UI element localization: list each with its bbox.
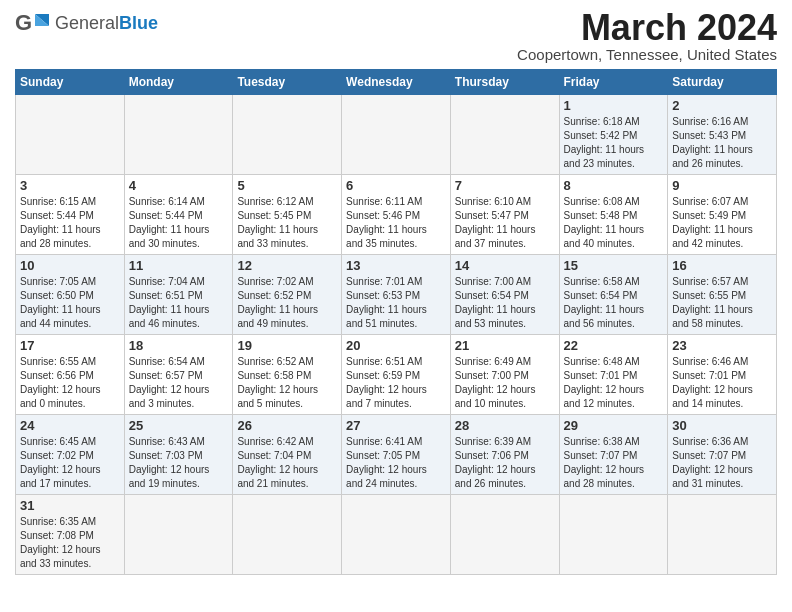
day-number: 15 (564, 258, 664, 273)
month-title: March 2024 (517, 10, 777, 46)
day-info: Sunrise: 6:16 AM Sunset: 5:43 PM Dayligh… (672, 115, 772, 171)
day-info: Sunrise: 6:57 AM Sunset: 6:55 PM Dayligh… (672, 275, 772, 331)
calendar-day: 14Sunrise: 7:00 AM Sunset: 6:54 PM Dayli… (450, 255, 559, 335)
calendar-week-row: 1Sunrise: 6:18 AM Sunset: 5:42 PM Daylig… (16, 95, 777, 175)
calendar-day: 31Sunrise: 6:35 AM Sunset: 7:08 PM Dayli… (16, 495, 125, 575)
calendar-day: 15Sunrise: 6:58 AM Sunset: 6:54 PM Dayli… (559, 255, 668, 335)
day-info: Sunrise: 6:11 AM Sunset: 5:46 PM Dayligh… (346, 195, 446, 251)
day-info: Sunrise: 6:55 AM Sunset: 6:56 PM Dayligh… (20, 355, 120, 411)
day-number: 29 (564, 418, 664, 433)
calendar-day (668, 495, 777, 575)
calendar-day: 23Sunrise: 6:46 AM Sunset: 7:01 PM Dayli… (668, 335, 777, 415)
day-number: 13 (346, 258, 446, 273)
calendar-week-row: 31Sunrise: 6:35 AM Sunset: 7:08 PM Dayli… (16, 495, 777, 575)
calendar-day: 13Sunrise: 7:01 AM Sunset: 6:53 PM Dayli… (342, 255, 451, 335)
logo-icon: G (15, 10, 51, 38)
day-info: Sunrise: 6:48 AM Sunset: 7:01 PM Dayligh… (564, 355, 664, 411)
calendar-day: 3Sunrise: 6:15 AM Sunset: 5:44 PM Daylig… (16, 175, 125, 255)
day-info: Sunrise: 6:12 AM Sunset: 5:45 PM Dayligh… (237, 195, 337, 251)
day-number: 31 (20, 498, 120, 513)
calendar-day: 11Sunrise: 7:04 AM Sunset: 6:51 PM Dayli… (124, 255, 233, 335)
calendar-day: 2Sunrise: 6:16 AM Sunset: 5:43 PM Daylig… (668, 95, 777, 175)
calendar-week-row: 3Sunrise: 6:15 AM Sunset: 5:44 PM Daylig… (16, 175, 777, 255)
logo-general: General (55, 13, 119, 33)
calendar-day (450, 495, 559, 575)
day-info: Sunrise: 6:07 AM Sunset: 5:49 PM Dayligh… (672, 195, 772, 251)
calendar-day: 27Sunrise: 6:41 AM Sunset: 7:05 PM Dayli… (342, 415, 451, 495)
calendar-day (450, 95, 559, 175)
calendar-day: 12Sunrise: 7:02 AM Sunset: 6:52 PM Dayli… (233, 255, 342, 335)
day-number: 25 (129, 418, 229, 433)
day-number: 9 (672, 178, 772, 193)
column-header-friday: Friday (559, 70, 668, 95)
calendar-day: 22Sunrise: 6:48 AM Sunset: 7:01 PM Dayli… (559, 335, 668, 415)
day-info: Sunrise: 6:18 AM Sunset: 5:42 PM Dayligh… (564, 115, 664, 171)
day-info: Sunrise: 6:08 AM Sunset: 5:48 PM Dayligh… (564, 195, 664, 251)
day-info: Sunrise: 6:41 AM Sunset: 7:05 PM Dayligh… (346, 435, 446, 491)
calendar-day: 19Sunrise: 6:52 AM Sunset: 6:58 PM Dayli… (233, 335, 342, 415)
day-info: Sunrise: 6:10 AM Sunset: 5:47 PM Dayligh… (455, 195, 555, 251)
calendar-day (16, 95, 125, 175)
day-number: 27 (346, 418, 446, 433)
day-number: 10 (20, 258, 120, 273)
calendar-day: 1Sunrise: 6:18 AM Sunset: 5:42 PM Daylig… (559, 95, 668, 175)
calendar-week-row: 24Sunrise: 6:45 AM Sunset: 7:02 PM Dayli… (16, 415, 777, 495)
column-header-tuesday: Tuesday (233, 70, 342, 95)
calendar-day (342, 495, 451, 575)
calendar-day: 4Sunrise: 6:14 AM Sunset: 5:44 PM Daylig… (124, 175, 233, 255)
day-number: 16 (672, 258, 772, 273)
day-info: Sunrise: 6:51 AM Sunset: 6:59 PM Dayligh… (346, 355, 446, 411)
calendar-day: 17Sunrise: 6:55 AM Sunset: 6:56 PM Dayli… (16, 335, 125, 415)
column-header-sunday: Sunday (16, 70, 125, 95)
day-info: Sunrise: 7:01 AM Sunset: 6:53 PM Dayligh… (346, 275, 446, 331)
calendar-day: 26Sunrise: 6:42 AM Sunset: 7:04 PM Dayli… (233, 415, 342, 495)
day-number: 2 (672, 98, 772, 113)
day-info: Sunrise: 6:15 AM Sunset: 5:44 PM Dayligh… (20, 195, 120, 251)
calendar-day (124, 495, 233, 575)
day-number: 19 (237, 338, 337, 353)
day-number: 22 (564, 338, 664, 353)
day-info: Sunrise: 6:49 AM Sunset: 7:00 PM Dayligh… (455, 355, 555, 411)
day-number: 28 (455, 418, 555, 433)
calendar-day: 18Sunrise: 6:54 AM Sunset: 6:57 PM Dayli… (124, 335, 233, 415)
column-header-saturday: Saturday (668, 70, 777, 95)
day-number: 12 (237, 258, 337, 273)
title-area: March 2024 Coopertown, Tennessee, United… (517, 10, 777, 63)
column-header-monday: Monday (124, 70, 233, 95)
calendar-week-row: 17Sunrise: 6:55 AM Sunset: 6:56 PM Dayli… (16, 335, 777, 415)
day-number: 5 (237, 178, 337, 193)
calendar-day: 9Sunrise: 6:07 AM Sunset: 5:49 PM Daylig… (668, 175, 777, 255)
calendar-day (342, 95, 451, 175)
svg-text:G: G (15, 10, 32, 35)
location-title: Coopertown, Tennessee, United States (517, 46, 777, 63)
day-info: Sunrise: 6:45 AM Sunset: 7:02 PM Dayligh… (20, 435, 120, 491)
calendar-day: 16Sunrise: 6:57 AM Sunset: 6:55 PM Dayli… (668, 255, 777, 335)
day-number: 23 (672, 338, 772, 353)
day-info: Sunrise: 6:14 AM Sunset: 5:44 PM Dayligh… (129, 195, 229, 251)
day-info: Sunrise: 7:04 AM Sunset: 6:51 PM Dayligh… (129, 275, 229, 331)
calendar-day: 10Sunrise: 7:05 AM Sunset: 6:50 PM Dayli… (16, 255, 125, 335)
calendar-day: 30Sunrise: 6:36 AM Sunset: 7:07 PM Dayli… (668, 415, 777, 495)
day-number: 21 (455, 338, 555, 353)
calendar-day: 28Sunrise: 6:39 AM Sunset: 7:06 PM Dayli… (450, 415, 559, 495)
day-number: 26 (237, 418, 337, 433)
day-number: 20 (346, 338, 446, 353)
day-info: Sunrise: 6:35 AM Sunset: 7:08 PM Dayligh… (20, 515, 120, 571)
day-number: 24 (20, 418, 120, 433)
column-header-wednesday: Wednesday (342, 70, 451, 95)
day-number: 3 (20, 178, 120, 193)
logo-blue: Blue (119, 13, 158, 33)
day-number: 14 (455, 258, 555, 273)
day-info: Sunrise: 7:05 AM Sunset: 6:50 PM Dayligh… (20, 275, 120, 331)
day-number: 1 (564, 98, 664, 113)
day-info: Sunrise: 6:52 AM Sunset: 6:58 PM Dayligh… (237, 355, 337, 411)
day-number: 7 (455, 178, 555, 193)
calendar-day (233, 95, 342, 175)
day-number: 11 (129, 258, 229, 273)
day-number: 8 (564, 178, 664, 193)
calendar-day (124, 95, 233, 175)
calendar-day: 20Sunrise: 6:51 AM Sunset: 6:59 PM Dayli… (342, 335, 451, 415)
calendar-day: 25Sunrise: 6:43 AM Sunset: 7:03 PM Dayli… (124, 415, 233, 495)
day-info: Sunrise: 6:58 AM Sunset: 6:54 PM Dayligh… (564, 275, 664, 331)
day-number: 6 (346, 178, 446, 193)
